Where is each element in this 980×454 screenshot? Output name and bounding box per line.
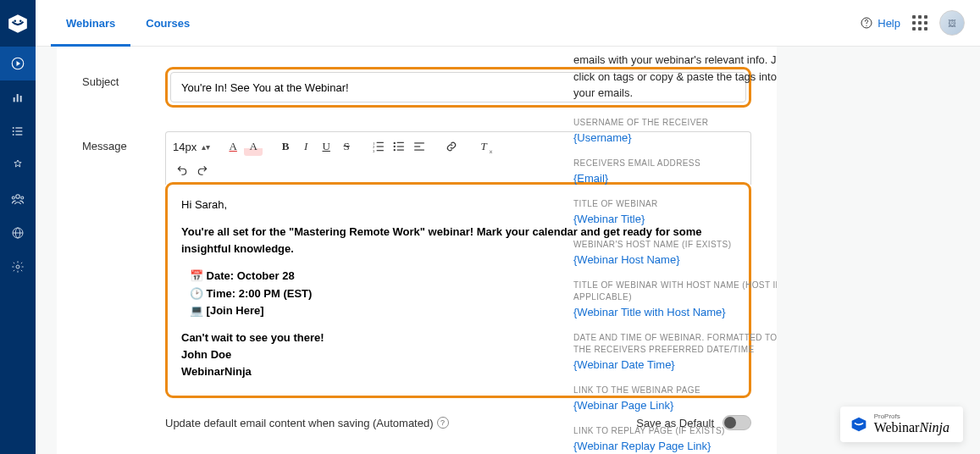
svg-rect-5	[20, 96, 22, 102]
tag-token[interactable]: {Webinar Title}	[573, 213, 777, 225]
svg-rect-26	[377, 150, 384, 151]
tag-token[interactable]: {Webinar Host Name}	[573, 253, 777, 266]
text-color-icon[interactable]: A	[224, 137, 242, 156]
tag-title: WEBINAR'S HOST NAME (IF EXISTS)	[573, 239, 777, 251]
svg-rect-32	[397, 150, 404, 151]
page-body: Subject Message 14px ▴▾ A	[36, 47, 980, 454]
tag-token[interactable]: {Webinar Date Time}	[573, 358, 777, 371]
tag-block: WEBINAR'S HOST NAME (IF EXISTS){Webinar …	[573, 239, 777, 266]
undo-icon[interactable]	[173, 161, 191, 180]
left-sidebar	[0, 0, 36, 454]
tag-token[interactable]: {Username}	[573, 131, 777, 144]
svg-text:3: 3	[373, 149, 375, 152]
unordered-list-icon[interactable]	[390, 137, 408, 156]
svg-rect-24	[377, 146, 384, 147]
tag-block: DATE AND TIME OF WEBINAR. FORMATTED TO T…	[573, 332, 777, 371]
clear-format-icon[interactable]: T×	[474, 137, 493, 156]
chevron-updown-icon: ▴▾	[202, 142, 210, 152]
tags-panel: emails with your webinar's relevant info…	[573, 47, 777, 454]
tags-intro: emails with your webinar's relevant info…	[573, 52, 777, 102]
strike-icon[interactable]: S	[337, 137, 356, 156]
brand-name: WebinarNinja	[874, 420, 950, 435]
sidebar-item-webinars[interactable]	[0, 47, 36, 80]
svg-point-10	[13, 134, 14, 136]
topbar-right: Help 🖼	[860, 0, 980, 46]
tab-label: Courses	[146, 17, 190, 30]
sidebar-item-analytics[interactable]	[0, 80, 36, 114]
help-icon	[860, 16, 873, 30]
help-label: Help	[878, 17, 900, 30]
brand-badge: ProProfs WebinarNinja	[840, 407, 963, 442]
tab-courses[interactable]: Courses	[130, 0, 205, 46]
apps-icon[interactable]	[912, 15, 927, 30]
svg-point-13	[12, 197, 14, 199]
svg-point-18	[16, 265, 19, 269]
tag-title: TITLE OF WEBINAR	[573, 198, 777, 210]
subject-label: Subject	[82, 67, 165, 108]
app-logo	[0, 0, 36, 47]
tab-label: Webinars	[66, 17, 115, 30]
svg-rect-7	[15, 127, 22, 128]
svg-point-31	[394, 149, 396, 151]
font-size-value: 14px	[173, 141, 197, 153]
svg-rect-30	[397, 146, 404, 147]
user-avatar[interactable]: 🖼	[939, 10, 965, 36]
svg-point-6	[13, 127, 14, 129]
svg-point-20	[866, 25, 867, 26]
svg-point-14	[21, 197, 24, 199]
brand-sub: ProProfs	[874, 413, 950, 420]
tag-block: LINK TO REPLAY PAGE (IF EXISTS){Webinar …	[573, 425, 777, 452]
svg-rect-28	[397, 142, 404, 143]
tag-title: LINK TO REPLAY PAGE (IF EXISTS)	[573, 425, 777, 437]
sidebar-item-globe[interactable]	[0, 216, 36, 250]
tag-block: USERNAME OF THE RECEIVER{Username}	[573, 117, 777, 144]
highlight-color-icon[interactable]: A	[244, 137, 263, 156]
italic-icon[interactable]: I	[296, 137, 315, 156]
tag-title: RECEIVERS EMAIL ADDRESS	[573, 158, 777, 169]
top-tabs: Webinars Courses	[36, 0, 205, 46]
tags-list: USERNAME OF THE RECEIVER{Username}RECEIV…	[573, 117, 777, 455]
svg-rect-11	[15, 134, 22, 135]
tag-token[interactable]: {Webinar Page Link}	[573, 399, 777, 412]
ordered-list-icon[interactable]: 123	[369, 137, 388, 156]
tag-title: LINK TO THE WEBINAR PAGE	[573, 385, 777, 396]
svg-rect-35	[414, 150, 424, 151]
tag-token[interactable]: {Webinar Replay Page Link}	[573, 440, 777, 452]
svg-point-0	[14, 19, 16, 22]
sidebar-item-settings[interactable]	[0, 250, 36, 284]
tag-title: USERNAME OF THE RECEIVER	[573, 117, 777, 129]
message-label: Message	[82, 131, 165, 430]
sidebar-item-integrations[interactable]	[0, 148, 36, 182]
top-bar: Webinars Courses Help 🖼	[36, 0, 980, 47]
tab-webinars[interactable]: Webinars	[51, 0, 130, 46]
redo-icon[interactable]	[193, 161, 212, 180]
svg-point-1	[19, 19, 22, 22]
sidebar-item-list[interactable]	[0, 114, 36, 148]
link-icon[interactable]	[442, 137, 461, 156]
svg-rect-3	[14, 97, 15, 102]
svg-point-12	[16, 195, 20, 199]
email-editor-card: Subject Message 14px ▴▾ A	[57, 47, 777, 454]
svg-point-8	[13, 130, 14, 132]
brand-icon	[850, 416, 867, 433]
auto-save-label: Update default email content when saving…	[165, 417, 449, 429]
bold-icon[interactable]: B	[276, 137, 295, 156]
svg-point-27	[394, 142, 396, 144]
svg-rect-33	[414, 142, 424, 143]
sidebar-item-people[interactable]	[0, 182, 36, 216]
underline-icon[interactable]: U	[317, 137, 335, 156]
tag-token[interactable]: {Email}	[573, 172, 777, 185]
tag-block: LINK TO THE WEBINAR PAGE{Webinar Page Li…	[573, 385, 777, 412]
svg-point-29	[394, 146, 396, 147]
svg-rect-4	[17, 94, 19, 102]
tag-token[interactable]: {Webinar Title with Host Name}	[573, 306, 777, 318]
font-size-select[interactable]: 14px ▴▾	[173, 141, 210, 153]
help-tooltip-icon[interactable]: ?	[437, 417, 449, 429]
tag-block: TITLE OF WEBINAR WITH HOST NAME (HOST IF…	[573, 280, 777, 318]
align-icon[interactable]	[410, 137, 429, 156]
tag-title: TITLE OF WEBINAR WITH HOST NAME (HOST IF…	[573, 280, 777, 303]
svg-rect-34	[414, 146, 420, 147]
tag-block: RECEIVERS EMAIL ADDRESS{Email}	[573, 158, 777, 185]
help-link[interactable]: Help	[860, 16, 900, 30]
tag-block: TITLE OF WEBINAR{Webinar Title}	[573, 198, 777, 225]
